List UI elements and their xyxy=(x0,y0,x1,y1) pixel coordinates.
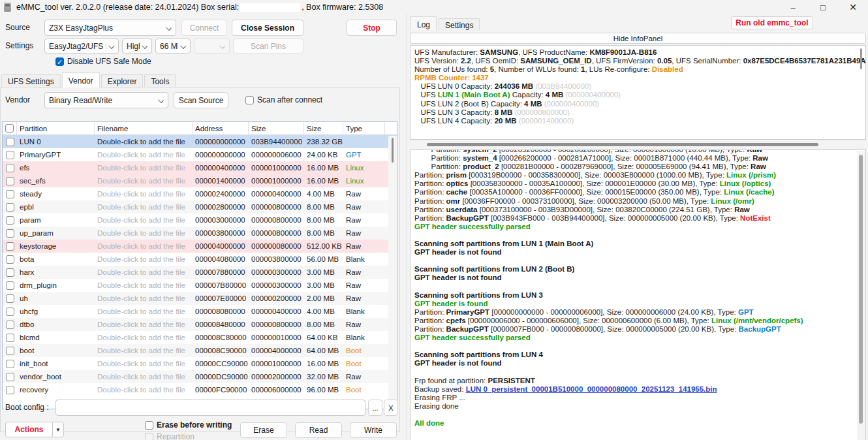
disable-ufs-safe-mode-checkbox[interactable]: ✓ xyxy=(55,57,64,66)
stop-button[interactable]: Stop xyxy=(347,20,397,36)
table-row[interactable]: up_paramDouble-click to add the file0000… xyxy=(3,227,397,240)
tab-ufs-settings[interactable]: UFS Settings xyxy=(1,74,61,87)
scan-source-button[interactable]: Scan Source xyxy=(174,92,228,108)
table-row[interactable]: init_bootDouble-click to add the file000… xyxy=(3,357,397,370)
chevron-down-icon xyxy=(220,44,225,49)
row-checkbox[interactable] xyxy=(6,321,14,329)
table-row[interactable]: sec_efsDouble-click to add the file00000… xyxy=(3,174,397,187)
extra-dropdown[interactable] xyxy=(194,39,230,54)
boot-config-clear-button[interactable]: X xyxy=(384,400,398,416)
scan-pins-button[interactable]: Scan Pins xyxy=(233,39,303,54)
read-button[interactable]: Read xyxy=(295,422,342,438)
row-checkbox[interactable] xyxy=(6,281,14,290)
tab-vendor[interactable]: Vendor xyxy=(62,72,100,87)
table-row[interactable]: keystorageDouble-click to add the file00… xyxy=(3,240,397,253)
row-checkbox[interactable] xyxy=(6,347,14,355)
boot-config-input[interactable] xyxy=(55,400,365,416)
vendor-dropdown[interactable]: Binary Read/Write xyxy=(44,92,168,108)
column-header-filename[interactable]: Filename xyxy=(95,122,193,134)
tab-log[interactable]: Log xyxy=(411,16,437,31)
infopanel-hscrollbar[interactable] xyxy=(410,142,866,147)
table-row[interactable]: vendor_bootDouble-click to add the file0… xyxy=(3,370,397,383)
scan-after-connect-checkbox[interactable] xyxy=(245,96,254,104)
infopanel-scrollbar-thumb[interactable] xyxy=(860,48,862,69)
column-header-address[interactable]: Address xyxy=(193,122,249,134)
speed-dropdown[interactable]: High xyxy=(122,39,152,54)
table-row[interactable]: steadyDouble-click to add the file000002… xyxy=(3,187,397,200)
infopanel-scrollbar[interactable] xyxy=(858,47,865,138)
row-checkbox[interactable] xyxy=(6,190,14,198)
maximize-button[interactable]: □ xyxy=(808,0,838,14)
actions-dropdown-arrow[interactable]: ▼ xyxy=(52,422,64,437)
frequency-dropdown[interactable]: 66 Mhz xyxy=(155,39,191,54)
row-checkbox[interactable] xyxy=(6,360,14,368)
table-row[interactable]: drm_pluginDouble-click to add the file00… xyxy=(3,279,397,292)
close-session-button[interactable]: Close Session xyxy=(232,20,303,36)
row-checkbox[interactable] xyxy=(6,386,14,394)
infopanel-hscrollbar-thumb[interactable] xyxy=(427,143,818,146)
column-header-size[interactable]: Size xyxy=(304,122,343,134)
erase-button[interactable]: Erase xyxy=(240,422,287,438)
actions-split-button[interactable]: Actions ▼ xyxy=(5,422,64,437)
row-checkbox[interactable] xyxy=(6,216,14,225)
table-scrollbar[interactable] xyxy=(388,136,397,409)
size-hex: 000000800000 xyxy=(249,318,304,331)
size-hex: 000002000000 xyxy=(249,370,304,383)
column-header-size[interactable]: Size xyxy=(249,122,304,134)
minimize-button[interactable]: – xyxy=(778,0,808,14)
connect-button[interactable]: Connect xyxy=(181,20,227,36)
boot-config-browse-button[interactable]: ... xyxy=(368,400,382,416)
actions-button[interactable]: Actions xyxy=(5,422,52,437)
table-row[interactable]: epblDouble-click to add the file00000280… xyxy=(3,200,397,213)
address: 000004080000 xyxy=(193,253,249,266)
size-hex: 000000010000 xyxy=(249,331,304,344)
table-row[interactable]: harxDouble-click to add the file00000788… xyxy=(3,266,397,279)
table-row[interactable]: paramDouble-click to add the file0000030… xyxy=(3,213,397,227)
repartition-checkbox[interactable] xyxy=(145,433,153,440)
row-checkbox[interactable] xyxy=(6,177,14,185)
table-row[interactable]: LUN 0Double-click to add the file0000000… xyxy=(3,135,397,148)
table-row[interactable]: efsDouble-click to add the file000000400… xyxy=(3,161,397,174)
table-row[interactable]: dtboDouble-click to add the file00000848… xyxy=(3,318,397,331)
source-dropdown[interactable]: Z3X EasyJtagPlus xyxy=(44,20,176,36)
row-checkbox[interactable] xyxy=(6,334,14,342)
table-row[interactable]: botaDouble-click to add the file00000408… xyxy=(3,253,397,266)
row-checkbox[interactable] xyxy=(6,151,14,159)
row-checkbox[interactable] xyxy=(6,268,14,277)
interface-dropdown[interactable]: EasyJtag2/UFS ISP xyxy=(44,39,119,54)
table-row[interactable]: uhcfgDouble-click to add the file0000080… xyxy=(3,305,397,318)
hide-infopanel-button[interactable]: Hide InfoPanel xyxy=(410,33,866,44)
row-checkbox[interactable] xyxy=(6,229,14,238)
partition-name: vendor_boot xyxy=(17,370,95,383)
size-hex: 000001000000 xyxy=(249,357,304,370)
table-row[interactable]: recoveryDouble-click to add the file0000… xyxy=(3,383,397,396)
partition-name: LUN 0 xyxy=(17,135,95,148)
table-row[interactable]: PrimaryGPTDouble-click to add the file00… xyxy=(3,148,397,161)
column-header-type[interactable]: Type xyxy=(343,122,385,134)
table-row[interactable]: blcmdDouble-click to add the file000008C… xyxy=(3,331,397,344)
backup-file-link[interactable]: LUN 0_persistent_00001B510000_0000000800… xyxy=(466,385,717,393)
log-line xyxy=(414,368,865,376)
tab-tools[interactable]: Tools xyxy=(144,74,176,87)
tab-explorer[interactable]: Explorer xyxy=(101,74,144,87)
tab-settings[interactable]: Settings xyxy=(439,18,480,31)
table-scrollbar-thumb[interactable] xyxy=(392,138,394,163)
row-checkbox[interactable] xyxy=(6,294,14,303)
write-button[interactable]: Write xyxy=(350,422,397,438)
erase-before-writing-checkbox[interactable] xyxy=(145,421,153,430)
row-checkbox[interactable] xyxy=(6,242,14,251)
close-button[interactable]: ✕ xyxy=(838,0,868,14)
row-checkbox[interactable] xyxy=(6,307,14,316)
row-checkbox[interactable] xyxy=(6,164,14,172)
select-all-checkbox[interactable] xyxy=(5,124,14,133)
run-old-emmc-tool-button[interactable]: Run old emmc_tool xyxy=(731,16,813,29)
row-checkbox[interactable] xyxy=(6,203,14,212)
log-scrollbar[interactable] xyxy=(857,151,865,440)
table-row[interactable]: uhDouble-click to add the file000007E800… xyxy=(3,292,397,305)
row-checkbox[interactable] xyxy=(6,373,14,381)
table-row[interactable]: bootDouble-click to add the file000008C9… xyxy=(3,344,397,357)
column-header-partition[interactable]: Partition xyxy=(17,122,95,134)
row-checkbox[interactable] xyxy=(6,255,14,264)
row-checkbox[interactable] xyxy=(6,138,14,146)
log-scrollbar-thumb[interactable] xyxy=(859,155,863,424)
